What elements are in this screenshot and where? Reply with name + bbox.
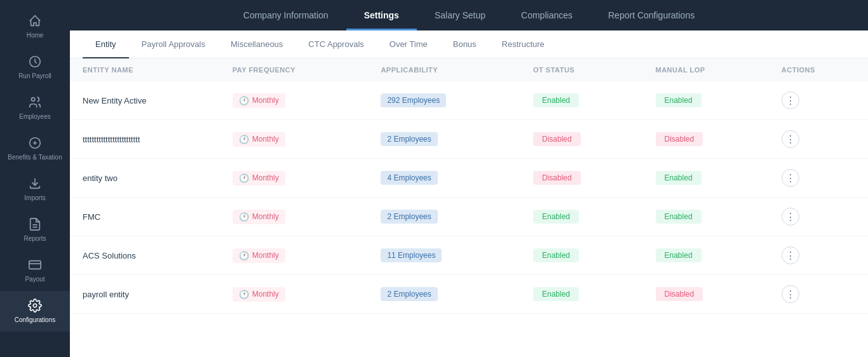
sub-tab-bonus[interactable]: Bonus bbox=[440, 30, 489, 58]
sidebar-item-imports[interactable]: Imports bbox=[0, 169, 70, 210]
manual-lop-badge: Enabled bbox=[656, 171, 702, 185]
col-header-ot-status: OT STATUS bbox=[520, 58, 643, 81]
sidebar-label-reports: Reports bbox=[24, 235, 46, 243]
sidebar-item-home[interactable]: Home bbox=[0, 6, 70, 47]
entity-name-cell: payroll entity bbox=[70, 275, 220, 314]
ot-status-cell: Enabled bbox=[520, 275, 643, 314]
actions-menu-button[interactable]: ⋮ bbox=[782, 130, 799, 148]
svg-point-8 bbox=[33, 304, 37, 307]
manual-lop-cell: Enabled bbox=[643, 236, 769, 275]
pay-frequency-cell: 🕐Monthly bbox=[220, 120, 369, 159]
col-header-applicability: APPLICABILITY bbox=[368, 58, 520, 81]
ot-status-cell: Disabled bbox=[520, 159, 643, 198]
entity-name: entity two bbox=[83, 173, 207, 183]
table-row: ttttttttttttttttttttttttt🕐Monthly2 Emplo… bbox=[70, 120, 868, 159]
employees-icon bbox=[28, 95, 42, 111]
applicability-badge: 11 Employees bbox=[381, 248, 442, 262]
entity-name: ttttttttttttttttttttttttt bbox=[83, 135, 207, 144]
reports-icon bbox=[28, 217, 42, 232]
entity-name: ACS Solutions bbox=[83, 251, 207, 260]
sidebar-label-run-payroll: Run Payroll bbox=[18, 72, 51, 80]
manual-lop-cell: Enabled bbox=[643, 159, 769, 198]
applicability-badge: 2 Employees bbox=[381, 210, 437, 224]
col-header-entity-name: ENTITY NAME bbox=[70, 58, 220, 81]
pay-frequency-badge: 🕐Monthly bbox=[233, 210, 285, 224]
actions-menu-button[interactable]: ⋮ bbox=[782, 285, 799, 303]
svg-rect-6 bbox=[29, 261, 41, 269]
top-nav-report-configurations[interactable]: Report Configurations bbox=[590, 0, 712, 30]
actions-cell: ⋮ bbox=[769, 81, 868, 120]
entity-table: ENTITY NAMEPAY FREQUENCYAPPLICABILITYOT … bbox=[70, 58, 868, 314]
svg-point-1 bbox=[32, 98, 36, 102]
top-nav-company-information[interactable]: Company Information bbox=[226, 0, 346, 30]
manual-lop-cell: Enabled bbox=[643, 198, 769, 236]
actions-menu-button[interactable]: ⋮ bbox=[782, 246, 799, 264]
applicability-badge: 292 Employees bbox=[381, 93, 446, 107]
ot-status-cell: Enabled bbox=[520, 198, 643, 236]
actions-menu-button[interactable]: ⋮ bbox=[782, 91, 799, 109]
manual-lop-badge: Enabled bbox=[656, 93, 702, 107]
actions-menu-button[interactable]: ⋮ bbox=[782, 208, 799, 226]
entity-name-cell: entity two bbox=[70, 159, 220, 198]
ellipsis-icon: ⋮ bbox=[785, 95, 796, 107]
actions-cell: ⋮ bbox=[769, 275, 868, 314]
pay-frequency-badge: 🕐Monthly bbox=[233, 132, 285, 147]
sub-tab-over-time[interactable]: Over Time bbox=[377, 30, 440, 58]
entity-name: payroll entity bbox=[83, 290, 207, 299]
ot-status-cell: Enabled bbox=[520, 236, 643, 275]
sidebar-item-payout[interactable]: Payout bbox=[0, 250, 70, 291]
manual-lop-badge: Disabled bbox=[656, 287, 703, 301]
clock-icon: 🕐 bbox=[239, 212, 249, 222]
frequency-label: Monthly bbox=[252, 251, 279, 260]
col-header-pay-frequency: PAY FREQUENCY bbox=[220, 58, 369, 81]
pay-frequency-badge: 🕐Monthly bbox=[233, 248, 285, 263]
ot-status-cell: Enabled bbox=[520, 81, 643, 120]
actions-cell: ⋮ bbox=[769, 120, 868, 159]
top-nav-settings[interactable]: Settings bbox=[346, 0, 417, 30]
applicability-cell: 2 Employees bbox=[368, 120, 520, 159]
actions-menu-button[interactable]: ⋮ bbox=[782, 169, 799, 187]
frequency-label: Monthly bbox=[252, 173, 279, 182]
top-nav-salary-setup[interactable]: Salary Setup bbox=[417, 0, 503, 30]
sub-tab-entity[interactable]: Entity bbox=[83, 30, 129, 58]
benefits-taxation-icon bbox=[28, 136, 42, 151]
pay-frequency-badge: 🕐Monthly bbox=[233, 287, 285, 302]
applicability-cell: 292 Employees bbox=[368, 81, 520, 120]
sub-tab-payroll-approvals[interactable]: Payroll Approvals bbox=[129, 30, 218, 58]
col-header-actions: ACTIONS bbox=[769, 58, 868, 81]
clock-icon: 🕐 bbox=[239, 96, 249, 105]
pay-frequency-cell: 🕐Monthly bbox=[220, 81, 369, 120]
applicability-cell: 2 Employees bbox=[368, 198, 520, 236]
configurations-icon bbox=[28, 299, 42, 314]
ellipsis-icon: ⋮ bbox=[785, 133, 796, 145]
entity-name: FMC bbox=[83, 212, 207, 222]
top-nav-compliances[interactable]: Compliances bbox=[503, 0, 590, 30]
ot-status-badge: Enabled bbox=[533, 248, 579, 262]
ot-status-badge: Enabled bbox=[533, 93, 579, 107]
table-row: New Entity Active🕐Monthly292 EmployeesEn… bbox=[70, 81, 868, 120]
sidebar-item-reports[interactable]: Reports bbox=[0, 210, 70, 250]
sub-tab-miscellaneous[interactable]: Miscellaneous bbox=[218, 30, 295, 58]
sub-tabs: EntityPayroll ApprovalsMiscellaneousCTC … bbox=[70, 30, 868, 58]
top-nav: Company InformationSettingsSalary SetupC… bbox=[70, 0, 868, 30]
sidebar-label-imports: Imports bbox=[24, 194, 45, 202]
entity-name: New Entity Active bbox=[83, 96, 207, 105]
run-payroll-icon bbox=[28, 55, 42, 70]
sidebar-item-benefits-taxation[interactable]: Benefits & Taxation bbox=[0, 128, 70, 169]
sub-tab-ctc-approvals[interactable]: CTC Approvals bbox=[295, 30, 376, 58]
entity-name-cell: FMC bbox=[70, 198, 220, 236]
manual-lop-cell: Enabled bbox=[643, 81, 769, 120]
sub-tab-restructure[interactable]: Restructure bbox=[489, 30, 557, 58]
ot-status-badge: Disabled bbox=[533, 132, 581, 146]
entity-table-container: ENTITY NAMEPAY FREQUENCYAPPLICABILITYOT … bbox=[70, 58, 868, 357]
entity-name-cell: ttttttttttttttttttttttttt bbox=[70, 120, 220, 159]
table-body: New Entity Active🕐Monthly292 EmployeesEn… bbox=[70, 81, 868, 314]
table-row: FMC🕐Monthly2 EmployeesEnabledEnabled⋮ bbox=[70, 198, 868, 236]
manual-lop-badge: Enabled bbox=[656, 210, 702, 224]
sidebar-item-configurations[interactable]: Configurations bbox=[0, 291, 70, 332]
sidebar-item-employees[interactable]: Employees bbox=[0, 88, 70, 128]
ellipsis-icon: ⋮ bbox=[785, 172, 796, 184]
main-content: Company InformationSettingsSalary SetupC… bbox=[70, 0, 868, 357]
sidebar-item-run-payroll[interactable]: Run Payroll bbox=[0, 47, 70, 88]
ellipsis-icon: ⋮ bbox=[785, 211, 796, 223]
